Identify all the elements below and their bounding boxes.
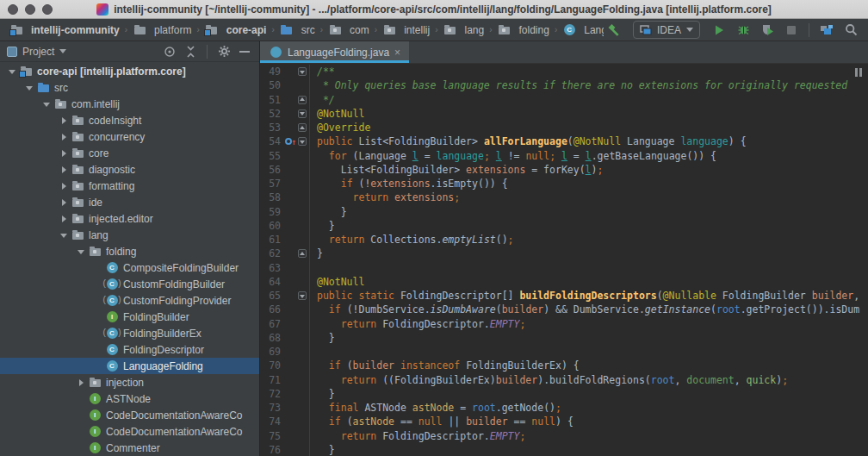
- code-line-63[interactable]: 63: [260, 261, 868, 275]
- fold-region-start-icon[interactable]: [298, 109, 307, 118]
- breadcrumb-item-folding[interactable]: folding: [495, 23, 552, 37]
- close-window-icon[interactable]: [8, 4, 18, 15]
- code-line-72[interactable]: 72 }: [260, 387, 868, 401]
- code-line-70[interactable]: 70 if (builder instanceof FoldingBuilder…: [260, 359, 868, 372]
- chevron-collapsed-icon[interactable]: [57, 199, 71, 206]
- tree-item-formatting[interactable]: formatting: [0, 178, 259, 194]
- code-line-54[interactable]: 54↑public List<FoldingBuilder> allForLan…: [260, 134, 868, 148]
- tree-item-languagefolding[interactable]: CLanguageFolding: [0, 358, 259, 374]
- project-structure-icon[interactable]: [816, 21, 837, 40]
- tree-item-customfoldingprovider[interactable]: CCustomFoldingProvider: [0, 292, 259, 309]
- breadcrumb-item-intellij-community[interactable]: intellij-community: [7, 23, 122, 37]
- hide-panel-icon[interactable]: [237, 44, 252, 59]
- tree-item-concurrency[interactable]: concurrency: [0, 128, 259, 145]
- fold-region-start-icon[interactable]: [298, 137, 307, 146]
- breadcrumb-item-src[interactable]: src: [277, 23, 318, 37]
- collapse-all-icon[interactable]: [183, 44, 198, 59]
- code-line-58[interactable]: 58 return extensions;: [260, 191, 868, 204]
- tree-item-codedocumentationawareco[interactable]: ICodeDocumentationAwareCo: [0, 407, 259, 423]
- code-line-59[interactable]: 59 }: [260, 205, 868, 219]
- code-line-66[interactable]: 66 if (!DumbService.isDumbAware(builder)…: [260, 303, 868, 316]
- tree-item-src[interactable]: src: [0, 79, 259, 96]
- search-icon[interactable]: [840, 21, 861, 40]
- tree-item-diagnostic[interactable]: diagnostic: [0, 161, 259, 178]
- tree-item-commenter[interactable]: ICommenter: [0, 440, 259, 456]
- run-button[interactable]: [709, 21, 729, 40]
- fold-region-start-icon[interactable]: [298, 67, 307, 76]
- chevron-collapsed-icon[interactable]: [57, 166, 71, 173]
- tree-item-foldingbuilderex[interactable]: CFoldingBuilderEx: [0, 325, 259, 341]
- chevron-collapsed-icon[interactable]: [57, 216, 71, 222]
- code-line-60[interactable]: 60 }: [260, 219, 868, 233]
- code-line-49[interactable]: 49/**: [260, 65, 868, 78]
- code-line-73[interactable]: 73 final ASTNode astNode = root.getNode(…: [260, 401, 868, 415]
- code-line-69[interactable]: 69: [260, 345, 868, 359]
- tree-item-com-intellij[interactable]: com.intellij: [0, 96, 259, 112]
- build-hammer-icon[interactable]: [604, 21, 624, 40]
- code-line-68[interactable]: 68 }: [260, 331, 868, 345]
- tree-item-customfoldingbuilder[interactable]: CCustomFoldingBuilder: [0, 276, 259, 292]
- code-line-57[interactable]: 57 if (!extensions.isEmpty()) {: [260, 177, 868, 191]
- chevron-expanded-icon[interactable]: [74, 246, 88, 258]
- chevron-collapsed-icon[interactable]: [57, 117, 71, 124]
- code-line-55[interactable]: 55 for (Language l = language; l != null…: [260, 149, 868, 163]
- tree-item-astnode[interactable]: IASTNode: [0, 390, 259, 407]
- chevron-expanded-icon[interactable]: [5, 66, 19, 78]
- chevron-collapsed-icon[interactable]: [57, 150, 71, 157]
- tab-languagefolding-java[interactable]: LanguageFolding.java ×: [260, 41, 409, 63]
- breadcrumb-item-intellij[interactable]: intellij: [380, 23, 432, 37]
- chevron-expanded-icon[interactable]: [40, 98, 53, 110]
- breadcrumb-item-lang[interactable]: lang: [440, 23, 487, 37]
- code-line-51[interactable]: 51 */: [260, 93, 868, 107]
- chevron-expanded-icon[interactable]: [22, 82, 36, 94]
- tree-item-foldingdescriptor[interactable]: CFoldingDescriptor: [0, 341, 259, 358]
- chevron-collapsed-icon[interactable]: [57, 183, 71, 190]
- zoom-window-icon[interactable]: [42, 4, 53, 15]
- code-line-71[interactable]: 71 return ((FoldingBuilderEx)builder).bu…: [260, 373, 868, 387]
- stop-button[interactable]: [781, 21, 802, 40]
- tree-item-injected-editor[interactable]: injected.editor: [0, 210, 259, 227]
- tree-item-folding[interactable]: folding: [0, 243, 259, 259]
- close-tab-icon[interactable]: ×: [394, 47, 400, 58]
- code-line-75[interactable]: 75 return FoldingDescriptor.EMPTY;: [260, 429, 868, 443]
- project-panel-title[interactable]: Project: [22, 46, 54, 58]
- fold-region-start-icon[interactable]: [298, 291, 307, 300]
- override-method-gutter-icon[interactable]: ↑: [285, 137, 296, 147]
- code-line-65[interactable]: 65public static FoldingDescriptor[] buil…: [260, 289, 868, 303]
- code-editor[interactable]: 49/**50 * Only queries base language res…: [260, 64, 868, 456]
- tree-item-compositefoldingbuilder[interactable]: CCompositeFoldingBuilder: [0, 259, 259, 276]
- editor-preview-bars-icon[interactable]: [855, 68, 862, 77]
- fold-region-end-icon[interactable]: [298, 96, 307, 104]
- code-line-50[interactable]: 50 * Only queries base language results …: [260, 78, 868, 92]
- chevron-down-icon[interactable]: [59, 49, 66, 53]
- tree-item-codedocumentationawareco[interactable]: ICodeDocumentationAwareCo: [0, 423, 259, 440]
- code-line-62[interactable]: 62}: [260, 247, 868, 260]
- breadcrumb-item-platform[interactable]: platform: [130, 23, 194, 37]
- code-line-64[interactable]: 64@NotNull: [260, 275, 868, 289]
- code-line-74[interactable]: 74 if (astNode == null || builder == nul…: [260, 415, 868, 428]
- minimize-window-icon[interactable]: [25, 4, 35, 15]
- chevron-collapsed-icon[interactable]: [74, 379, 88, 386]
- run-with-coverage-button[interactable]: [757, 21, 778, 40]
- run-configuration-select[interactable]: IDEA: [633, 21, 700, 39]
- tree-item-foldingbuilder[interactable]: IFoldingBuilder: [0, 309, 259, 325]
- breadcrumb-item-languagefolding[interactable]: CLanguageFolding: [560, 23, 604, 37]
- chevron-collapsed-icon[interactable]: [57, 134, 71, 141]
- tree-item-ide[interactable]: ide: [0, 194, 259, 210]
- fold-region-end-icon[interactable]: [298, 249, 307, 258]
- tree-item-lang[interactable]: lang: [0, 227, 259, 243]
- tree-item-codeinsight[interactable]: codeInsight: [0, 112, 259, 128]
- tree-item-injection[interactable]: injection: [0, 374, 259, 390]
- fold-region-end-icon[interactable]: [298, 123, 307, 132]
- code-line-52[interactable]: 52@NotNull: [260, 107, 868, 121]
- breadcrumb-item-core-api[interactable]: core-api: [202, 23, 270, 37]
- chevron-expanded-icon[interactable]: [57, 229, 71, 241]
- debug-button[interactable]: [733, 21, 753, 40]
- code-line-76[interactable]: 76 }: [260, 443, 868, 456]
- breadcrumb-item-com[interactable]: com: [326, 23, 372, 37]
- code-line-53[interactable]: 53@Override: [260, 121, 868, 134]
- settings-gear-icon[interactable]: [216, 44, 232, 59]
- tree-item-core-api-intellij-platform-core[interactable]: core-api [intellij.platform.core]: [0, 63, 259, 79]
- code-line-56[interactable]: 56 List<FoldingBuilder> extensions = for…: [260, 163, 868, 177]
- locate-file-icon[interactable]: [162, 44, 177, 59]
